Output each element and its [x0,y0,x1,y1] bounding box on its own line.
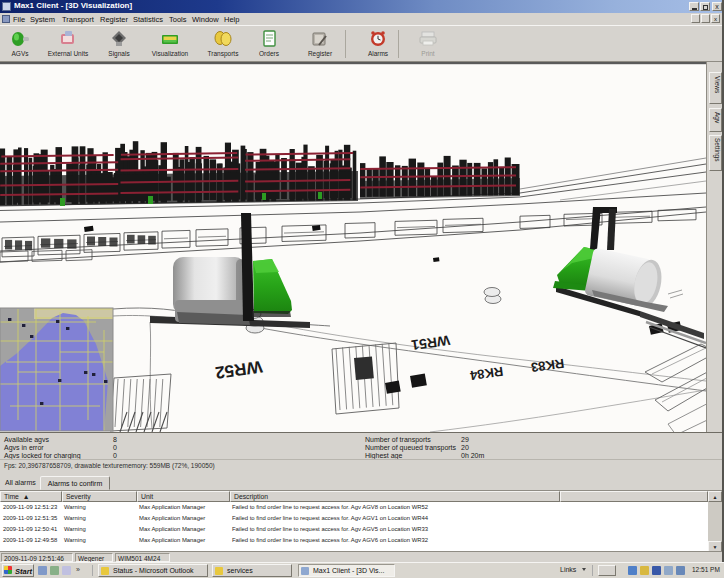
svg-text:RK84: RK84 [468,364,504,384]
svg-text:WR52: WR52 [214,357,263,382]
svg-text:RK83: RK83 [530,356,565,375]
